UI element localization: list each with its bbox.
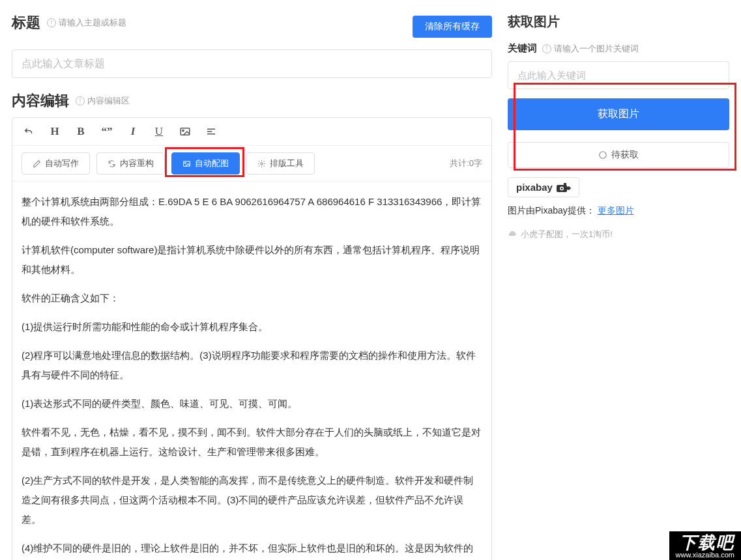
content-paragraph: (1)提供运行时所需功能和性能的命令或计算机程序集合。 <box>22 317 482 337</box>
title-hint-text: 请输入主题或标题 <box>59 17 126 29</box>
content-edit-header: 内容编辑 ! 内容编辑区 <box>12 91 492 111</box>
editor-box: H B “” I U 自动写作 内容重构 自动配图 <box>12 117 492 560</box>
get-image-button[interactable]: 获取图片 <box>508 98 729 130</box>
keyword-label: 关键词 <box>508 42 537 55</box>
svg-point-6 <box>185 162 186 163</box>
pending-button[interactable]: 待获取 <box>508 142 729 168</box>
svg-point-7 <box>261 162 263 164</box>
title-header-row: 标题 ! 请输入主题或标题 清除所有缓存 <box>12 13 492 40</box>
title-label: 标题 <box>12 13 40 33</box>
sidebar-column: 获取图片 关键词 ! 请输入一个图片关键词 获取图片 待获取 pixabay 图… <box>508 13 729 560</box>
svg-point-1 <box>182 130 184 131</box>
action-toolbar: 自动写作 内容重构 自动配图 排版工具 共计:0字 <box>12 146 491 182</box>
pixabay-text: pixabay <box>516 182 553 193</box>
content-paragraph: (2)程序可以满意地处理信息的数据结构。(3)说明程序功能要求和程序需要的文档的… <box>22 346 482 385</box>
content-paragraph: (2)生产方式不同的软件是开发，是人类智能的高发挥，而不是传统意义上的硬件制造。… <box>22 471 482 529</box>
content-paragraph: 软件的正确含义如下： <box>22 288 482 308</box>
underline-icon[interactable]: U <box>152 124 166 139</box>
more-images-link[interactable]: 更多图片 <box>598 205 634 216</box>
refresh-icon <box>108 160 116 168</box>
format-toolbar: H B “” I U <box>12 118 491 146</box>
info-icon: ! <box>76 96 85 105</box>
info-icon: ! <box>47 18 56 27</box>
content-paragraph: 整个计算机系统由两部分组成：E.69DA 5 E 6 BA 9062616964… <box>22 192 482 231</box>
quote-icon[interactable]: “” <box>100 124 114 139</box>
pixabay-badge: pixabay <box>508 177 579 197</box>
content-paragraph: (4)维护不同的硬件是旧的，理论上软件是旧的，并不坏，但实际上软件也是旧的和坏的… <box>22 539 482 560</box>
content-paragraph: (1)表达形式不同的硬件类型、颜色、味道、可见、可摸、可闻。 <box>22 394 482 413</box>
main-column: 标题 ! 请输入主题或标题 清除所有缓存 内容编辑 ! 内容编辑区 H B “” <box>12 13 492 560</box>
article-title-input[interactable] <box>12 49 492 78</box>
bold-icon[interactable]: B <box>74 124 88 139</box>
watermark-big: 下载吧 <box>676 534 734 551</box>
content-edit-label: 内容编辑 <box>12 91 69 111</box>
circle-icon <box>598 150 607 160</box>
content-paragraph: 计算机软件(computer software)是指计算机系统中除硬件以外的所有… <box>22 240 482 279</box>
keyword-hint: ! 请输入一个图片关键词 <box>542 43 639 55</box>
image-icon <box>182 160 191 168</box>
svg-rect-12 <box>564 183 566 186</box>
svg-point-8 <box>600 152 607 159</box>
footer-note: 小虎子配图，一次1淘币! <box>508 229 729 240</box>
camera-icon <box>557 183 571 192</box>
get-image-title: 获取图片 <box>508 13 729 31</box>
pencil-icon <box>33 160 41 168</box>
layout-tool-button[interactable]: 排版工具 <box>246 152 315 175</box>
image-icon[interactable] <box>178 124 192 139</box>
content-paragraph: 软件看不见，无色，枯燥，看不见，摸不到，闻不到。软件大部分存在于人们的头脑或纸上… <box>22 423 482 462</box>
watermark-url: www.xiazaiba.com <box>676 551 734 559</box>
content-edit-hint-text: 内容编辑区 <box>87 95 130 107</box>
clear-cache-button[interactable]: 清除所有缓存 <box>413 16 492 38</box>
content-edit-hint: ! 内容编辑区 <box>76 95 130 107</box>
title-header: 标题 ! 请输入主题或标题 <box>12 13 126 33</box>
editor-content[interactable]: 整个计算机系统由两部分组成：E.69DA 5 E 6 BA 9062616964… <box>12 182 491 560</box>
provider-text: 图片由Pixabay提供： 更多图片 <box>508 205 729 217</box>
title-hint: ! 请输入主题或标题 <box>47 17 126 29</box>
undo-icon[interactable] <box>22 124 36 139</box>
heading-icon[interactable]: H <box>48 124 62 139</box>
align-icon[interactable] <box>204 124 218 139</box>
svg-point-11 <box>560 188 562 189</box>
cloud-icon <box>508 230 517 239</box>
keyword-hint-text: 请输入一个图片关键词 <box>554 43 639 55</box>
word-count: 共计:0字 <box>450 158 482 169</box>
italic-icon[interactable]: I <box>126 124 140 139</box>
restructure-button[interactable]: 内容重构 <box>96 152 165 175</box>
keyword-label-row: 关键词 ! 请输入一个图片关键词 <box>508 42 729 55</box>
info-icon: ! <box>542 44 551 53</box>
settings-icon <box>257 160 266 168</box>
watermark: 下载吧 www.xiazaiba.com <box>669 531 741 560</box>
auto-write-button[interactable]: 自动写作 <box>22 152 90 175</box>
keyword-input[interactable] <box>508 61 729 89</box>
auto-image-button[interactable]: 自动配图 <box>171 152 240 175</box>
